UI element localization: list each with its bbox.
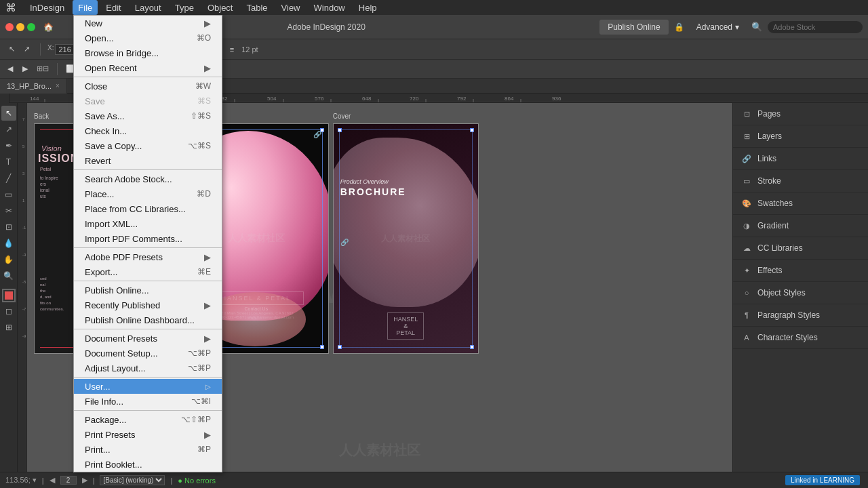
menu-place-cc[interactable]: Place from CC Libraries...: [74, 201, 222, 216]
object-styles-icon: ○: [741, 287, 752, 298]
panel-links[interactable]: 🔗 Links: [733, 148, 868, 170]
menu-file[interactable]: File: [73, 0, 98, 15]
pen-tool[interactable]: ✒: [1, 138, 16, 153]
search-input[interactable]: [768, 21, 863, 33]
panel-paragraph-styles[interactable]: ¶ Paragraph Styles: [733, 304, 868, 327]
menu-print-presets[interactable]: Print Presets ▶: [74, 427, 222, 442]
menu-recently-published[interactable]: Recently Published ▶: [74, 298, 222, 312]
page-nav-next[interactable]: ▶: [82, 476, 87, 485]
select-tool[interactable]: ↖: [5, 43, 18, 55]
panel-swatches[interactable]: 🎨 Swatches: [733, 192, 868, 215]
menu-publish-online[interactable]: Publish Online...: [74, 283, 222, 298]
right-panel: ⊡ Pages ⊞ Layers 🔗 Links ▭ Stroke 🎨 Swat…: [732, 103, 868, 487]
direct-selection-tool[interactable]: ↗: [1, 122, 16, 137]
menu-export[interactable]: Export... ⌘E: [74, 264, 222, 279]
menu-close[interactable]: Close ⌘W: [74, 79, 222, 94]
free-transform-tool[interactable]: ⊡: [1, 220, 16, 235]
menu-divider4: [74, 281, 222, 281]
menu-table[interactable]: Table: [241, 0, 273, 15]
tab-close-button[interactable]: ×: [56, 82, 60, 89]
menu-publish-dashboard[interactable]: Publish Online Dashboard...: [74, 312, 222, 327]
svg-text:576: 576: [315, 96, 324, 102]
view-mode-btn[interactable]: ◻: [1, 304, 16, 319]
tb2-divider1: [57, 63, 58, 75]
menu-edit[interactable]: Edit: [100, 0, 126, 15]
advanced-button[interactable]: Advanced ▾: [690, 20, 746, 35]
selection-tool[interactable]: ↖: [1, 106, 16, 121]
menu-object[interactable]: Object: [202, 0, 239, 15]
svg-text:3: 3: [22, 171, 25, 176]
eyedropper-tool[interactable]: 💧: [1, 236, 16, 251]
menu-view[interactable]: View: [276, 0, 306, 15]
menu-save-as[interactable]: Save As... ⇧⌘S: [74, 108, 222, 123]
menu-doc-presets[interactable]: Document Presets ▶: [74, 331, 222, 346]
style-dropdown[interactable]: [Basic] (working): [100, 475, 165, 485]
menu-import-pdf[interactable]: Import PDF Comments...: [74, 231, 222, 246]
publish-online-button[interactable]: Publish Online: [599, 20, 668, 35]
zoom-tool[interactable]: 🔍: [1, 268, 16, 283]
menu-check-in[interactable]: Check In...: [74, 123, 222, 138]
panel-layers[interactable]: ⊞ Layers: [733, 125, 868, 148]
menu-revert[interactable]: Revert: [74, 153, 222, 168]
menu-print[interactable]: Print... ⌘P: [74, 442, 222, 457]
apple-logo[interactable]: ⌘: [5, 1, 16, 14]
x-label: X:: [47, 44, 54, 55]
menu-window[interactable]: Window: [309, 0, 351, 15]
file-dropdown-menu[interactable]: New ▶ Open... ⌘O Browse in Bridge... Ope…: [73, 15, 222, 472]
right-link-icon: 🔗: [340, 239, 349, 246]
panel-stroke[interactable]: ▭ Stroke: [733, 170, 868, 192]
page-number-input[interactable]: [60, 476, 77, 485]
menu-open[interactable]: Open... ⌘O: [74, 30, 222, 45]
rectangle-tool[interactable]: ▭: [1, 187, 16, 202]
menu-new[interactable]: New ▶: [74, 16, 222, 30]
document-tab[interactable]: 13_HP_Bro... ×: [0, 79, 67, 94]
panel-character-styles[interactable]: A Character Styles: [733, 327, 868, 349]
panel-cc-libraries[interactable]: ☁ CC Libraries: [733, 237, 868, 260]
scissors-tool[interactable]: ✂: [1, 203, 16, 218]
menu-place[interactable]: Place... ⌘D: [74, 186, 222, 201]
page-right: Product Overview BROCHURE HANSEL&PETAL: [333, 123, 479, 354]
panel-stroke-label: Stroke: [757, 176, 781, 186]
menu-package[interactable]: Package... ⌥⇧⌘P: [74, 412, 222, 427]
menu-search-stock[interactable]: Search Adobe Stock...: [74, 171, 222, 186]
menu-save-copy[interactable]: Save a Copy... ⌥⌘S: [74, 138, 222, 153]
align-center[interactable]: ≡: [226, 44, 237, 55]
menu-layout[interactable]: Layout: [130, 0, 167, 15]
svg-text:-1: -1: [22, 226, 26, 230]
menu-type[interactable]: Type: [170, 0, 199, 15]
page-nav-prev[interactable]: ◀: [50, 476, 55, 485]
menu-print-booklet[interactable]: Print Booklet...: [74, 457, 222, 472]
menu-file-info[interactable]: File Info... ⌥⌘I: [74, 394, 222, 409]
menu-adjust-layout[interactable]: Adjust Layout... ⌥⌘P: [74, 361, 222, 375]
hand-tool[interactable]: ✋: [1, 252, 16, 267]
menu-save[interactable]: Save ⌘S: [74, 94, 222, 108]
line-tool[interactable]: ╱: [1, 171, 16, 186]
panel-character-styles-label: Character Styles: [757, 333, 818, 342]
menu-open-recent[interactable]: Open Recent ▶: [74, 60, 222, 75]
menu-user[interactable]: User... ▷: [74, 379, 222, 394]
type-tool[interactable]: T: [1, 155, 16, 169]
menu-indesign[interactable]: InDesign: [24, 0, 70, 15]
svg-text:144: 144: [30, 96, 39, 102]
menu-browse-bridge[interactable]: Browse in Bridge...: [74, 45, 222, 60]
menu-doc-setup[interactable]: Document Setup... ⌥⌘P: [74, 346, 222, 361]
direct-select-tool[interactable]: ↗: [20, 43, 33, 55]
panel-pages[interactable]: ⊡ Pages: [733, 103, 868, 125]
svg-text:864: 864: [505, 96, 514, 102]
panel-effects[interactable]: ✦ Effects: [733, 260, 868, 282]
svg-text:-3: -3: [22, 253, 26, 257]
fill-stroke-indicator[interactable]: [2, 289, 16, 302]
panel-object-styles[interactable]: ○ Object Styles: [733, 282, 868, 304]
menu-import-xml[interactable]: Import XML...: [74, 216, 222, 231]
menu-help[interactable]: Help: [353, 0, 382, 15]
prev-page[interactable]: ◀: [4, 63, 16, 75]
next-page[interactable]: ▶: [19, 63, 31, 75]
svg-text:5: 5: [22, 144, 25, 148]
panel-gradient[interactable]: ◑ Gradient: [733, 215, 868, 237]
advanced-label: Advanced: [696, 22, 732, 32]
screen-mode-btn[interactable]: ⊞: [1, 320, 16, 335]
recently-published-arrow: ▶: [204, 300, 211, 310]
menu-divider5: [74, 329, 222, 329]
svg-text:1: 1: [22, 199, 25, 203]
menu-pdf-presets[interactable]: Adobe PDF Presets ▶: [74, 249, 222, 264]
